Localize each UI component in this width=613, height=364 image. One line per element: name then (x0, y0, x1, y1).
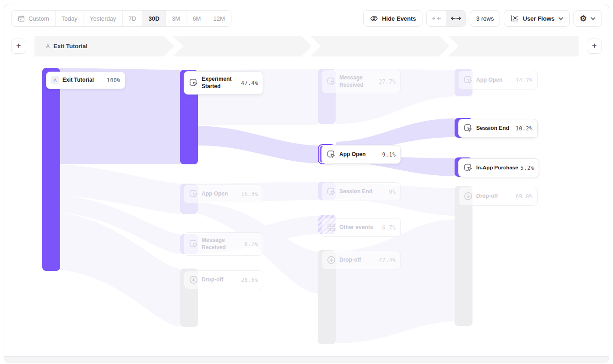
node-value: 14.7% (516, 77, 533, 84)
collapse-expand-control (426, 10, 466, 27)
node-label: Exit Tutorial (62, 77, 103, 84)
node-label: Message Received (202, 237, 241, 251)
date-range-30d[interactable]: 30D (142, 11, 166, 26)
arrows-collapse-icon (431, 15, 441, 22)
other-events-icon (326, 223, 336, 232)
hide-events-button[interactable]: Hide Events (363, 10, 422, 27)
flow-card[interactable]: Drop-off 47.4% (321, 251, 401, 269)
add-step-left-button[interactable]: + (11, 39, 26, 54)
event-icon (326, 77, 336, 86)
event-icon (326, 187, 336, 196)
node-value: 8.7% (244, 241, 258, 247)
flow-card[interactable]: Experiment Started 47.4% (184, 71, 263, 95)
node-label: App Open (339, 151, 379, 158)
gear-icon: ⚙ (580, 15, 587, 22)
node-value: 47.4% (379, 257, 396, 263)
flow-card[interactable]: Message Received 8.7% (184, 232, 263, 256)
date-range-control: Custom Today Yesterday 7D 30D 3M 6M 12M (11, 10, 231, 27)
event-icon (189, 189, 198, 199)
node-label: Drop-off (339, 257, 376, 264)
node-label: Session End (339, 188, 386, 196)
node-label: Other events (339, 224, 379, 231)
eye-off-icon (370, 14, 378, 23)
node-value: 5.2% (520, 165, 534, 171)
node-value: 47.4% (241, 80, 258, 86)
date-range-6m[interactable]: 6M (186, 11, 207, 26)
collapse-button[interactable] (427, 11, 446, 26)
event-icon (463, 163, 473, 173)
node-value: 6.7% (382, 224, 396, 231)
node-value: 100% (107, 77, 120, 84)
step-a-badge: A (51, 76, 59, 84)
flow-card[interactable]: App Open 15.3% (184, 185, 263, 203)
flow-card[interactable]: Other events 6.7% (321, 218, 401, 237)
drop-off-icon (326, 255, 336, 265)
view-selector-button[interactable]: User Flows (504, 10, 569, 27)
flow-card[interactable]: App Open 9.1% (321, 145, 401, 164)
toolbar-right: Hide Events 3 rows User Flows ⚙ (363, 10, 602, 27)
date-range-today[interactable]: Today (56, 11, 84, 26)
flows-chart-icon (510, 14, 519, 23)
drop-off-icon (189, 275, 198, 285)
node-label: Experiment Started (202, 76, 238, 90)
flow-bar[interactable] (42, 68, 60, 271)
bottom-scrollbar-track[interactable] (4, 356, 609, 363)
step-title: Exit Tutorial (53, 43, 87, 50)
expand-button[interactable] (446, 11, 466, 26)
date-range-3m[interactable]: 3M (166, 11, 186, 26)
node-label: Drop-off (202, 276, 238, 284)
flow-card[interactable]: Session End 9% (321, 182, 401, 201)
step-header[interactable]: A Exit Tutorial (46, 36, 88, 56)
chevron-down-icon (558, 17, 563, 20)
date-range-custom[interactable]: Custom (11, 11, 56, 26)
rows-button[interactable]: 3 rows (470, 10, 500, 27)
flow-card[interactable]: A Exit Tutorial 100% (46, 72, 125, 89)
date-range-7d[interactable]: 7D (123, 11, 143, 26)
flow-card[interactable]: Message Received 27.7% (321, 70, 401, 93)
node-label: Session End (476, 125, 512, 132)
chevron-down-icon (591, 17, 596, 20)
date-range-yesterday[interactable]: Yesterday (84, 11, 123, 26)
arrows-expand-icon (451, 15, 461, 22)
date-range-label: Custom (28, 15, 49, 22)
node-value: 9% (389, 189, 396, 195)
node-value: 10.2% (516, 125, 533, 132)
node-label: Drop-off (476, 193, 512, 200)
flow-bar[interactable] (455, 186, 472, 326)
flow-card[interactable]: Drop-off 69.8% (458, 187, 538, 206)
add-step-right-button[interactable]: + (587, 39, 602, 54)
flow-card[interactable]: Session End 10.2% (458, 119, 538, 138)
node-label: Message Received (339, 74, 376, 89)
node-label: App Open (476, 77, 512, 84)
step-header-band (34, 36, 579, 56)
drop-off-icon (463, 191, 473, 201)
flow-card[interactable]: App Open 14.7% (458, 71, 538, 90)
event-icon (189, 239, 198, 249)
event-icon (326, 150, 336, 159)
settings-button[interactable]: ⚙ (574, 10, 602, 27)
node-label: In-App Purchase (476, 164, 517, 171)
calendar-icon (17, 15, 25, 22)
node-value: 15.3% (241, 191, 258, 197)
event-icon (463, 123, 473, 133)
event-icon (463, 75, 473, 85)
step-badge: A (46, 43, 50, 50)
date-range-12m[interactable]: 12M (207, 11, 231, 26)
node-value: 69.8% (516, 193, 533, 200)
node-label: App Open (202, 190, 238, 198)
flow-card[interactable]: Drop-off 28.6% (184, 270, 263, 289)
flow-card[interactable]: In-App Purchase 5.2% (458, 158, 539, 177)
node-value: 28.6% (241, 277, 258, 283)
node-value: 9.1% (382, 151, 396, 158)
node-value: 27.7% (379, 78, 396, 85)
toolbar: Custom Today Yesterday 7D 30D 3M 6M 12M … (11, 10, 602, 27)
event-icon (189, 78, 198, 88)
